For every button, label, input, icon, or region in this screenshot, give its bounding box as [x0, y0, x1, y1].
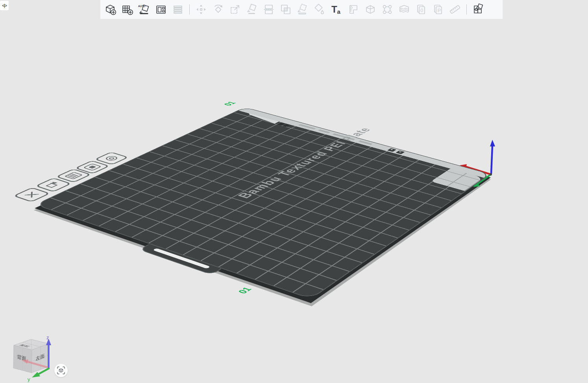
measure-icon — [448, 3, 462, 16]
mesh-boolean-button[interactable] — [279, 3, 292, 16]
y-axis-label: y — [28, 376, 30, 382]
primitive-part-icon: P — [431, 3, 445, 16]
negative-part-button[interactable]: 0 — [414, 3, 428, 16]
collapse-glyph: <|> — [2, 4, 6, 8]
arrange-all-icon — [154, 3, 168, 16]
add-plate-icon — [120, 3, 134, 16]
toolbar-separator — [189, 4, 190, 15]
plate-number: 01 — [236, 286, 254, 295]
plate-settings-icon — [96, 153, 127, 164]
toolbar-separator — [466, 4, 467, 15]
z-axis-label: z — [46, 335, 49, 340]
auto-orient-button[interactable]: AUTO — [137, 3, 151, 16]
scale-button[interactable] — [228, 3, 242, 16]
plate-mark — [283, 124, 290, 127]
rotate-icon — [211, 3, 225, 16]
svg-text:0: 0 — [420, 7, 423, 13]
svg-text:T: T — [331, 4, 337, 15]
text-tool-button[interactable]: Ta — [330, 3, 343, 16]
plate-brand-text: Bambu Textured PEI Plate — [227, 124, 383, 205]
seam-painting-icon — [381, 3, 394, 16]
svg-text:P: P — [438, 7, 441, 13]
plate-handle-slot — [153, 248, 211, 269]
cut-horizontal-icon — [262, 3, 276, 16]
arrange-all-button[interactable] — [154, 3, 168, 16]
negative-part-icon: 0 — [414, 3, 428, 16]
scale-icon — [228, 3, 242, 16]
cut-tool-icon — [364, 3, 377, 16]
drop-to-bed-icon — [296, 3, 309, 16]
plate-qr-mark — [396, 150, 405, 154]
color-painting-icon — [313, 3, 326, 16]
seam-painting-button[interactable] — [381, 3, 394, 16]
cut-tool-button[interactable] — [364, 3, 377, 16]
color-painting-button[interactable] — [313, 3, 326, 16]
assembly-view-icon — [472, 3, 485, 16]
variable-layer-height-button[interactable] — [398, 3, 411, 16]
auto-orient-icon: AUTO — [137, 3, 151, 16]
viewport-3d[interactable]: Bambu Textured PEI Plate 01 01 — [0, 0, 588, 383]
cut-horizontal-button[interactable] — [262, 3, 276, 16]
orient-plate-icon — [37, 179, 69, 191]
assembly-view-button[interactable] — [472, 3, 485, 16]
plate-back-strip — [239, 107, 489, 178]
add-model-button[interactable] — [104, 3, 117, 16]
split-to-objects-button[interactable] — [171, 3, 185, 16]
plate-handle-tab — [139, 244, 222, 275]
move-button[interactable] — [194, 3, 208, 16]
support-painting-button[interactable] — [347, 3, 360, 16]
build-plate[interactable]: Bambu Textured PEI Plate — [35, 107, 491, 299]
sidebar-collapse-toggle[interactable]: <|> — [0, 1, 9, 10]
plate-number: 01 — [222, 101, 239, 107]
drop-to-bed-button[interactable] — [296, 3, 309, 16]
variable-layer-height-icon — [398, 3, 411, 16]
support-painting-icon — [347, 3, 360, 16]
plate-mark — [277, 122, 285, 126]
fit-view-icon — [57, 366, 65, 375]
primitive-part-button[interactable]: P — [431, 3, 445, 16]
fit-view-button[interactable] — [54, 364, 68, 377]
text-tool-icon: Ta — [330, 3, 343, 16]
delete-plate-icon — [15, 188, 48, 201]
measure-button[interactable] — [448, 3, 462, 16]
add-model-icon — [104, 3, 117, 16]
build-plate-plane: Bambu Textured PEI Plate 01 01 — [0, 98, 530, 338]
main-toolbar: AUTOTa0P — [100, 0, 503, 19]
add-plate-button[interactable] — [120, 3, 134, 16]
svg-text:a: a — [337, 8, 341, 15]
move-icon — [194, 3, 208, 16]
rotate-button[interactable] — [211, 3, 225, 16]
place-on-face-button[interactable] — [245, 3, 259, 16]
mesh-boolean-icon — [279, 3, 292, 16]
split-to-objects-icon — [171, 3, 185, 16]
place-on-face-icon — [245, 3, 259, 16]
plate-qr-mark — [387, 148, 396, 152]
